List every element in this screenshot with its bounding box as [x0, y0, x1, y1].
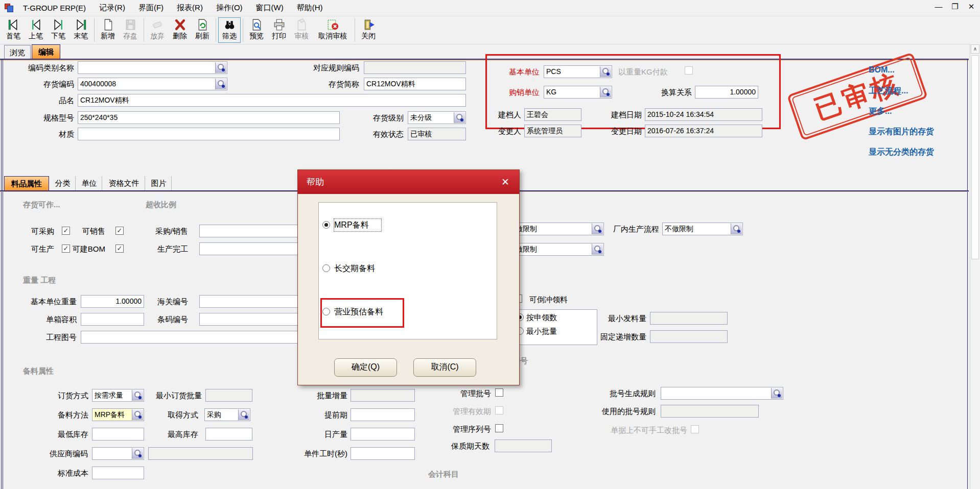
option-sales-estimate-label[interactable]: 营业预估备料: [334, 306, 411, 318]
link-show-with-image[interactable]: 显示有图片的存货: [869, 127, 934, 137]
tab-image[interactable]: 图片: [146, 176, 172, 190]
conversion-field[interactable]: 1.00000: [695, 86, 758, 99]
tab-edit[interactable]: 编辑: [32, 44, 60, 59]
base-unit-field[interactable]: PCS: [544, 65, 612, 78]
rule-code-field[interactable]: [364, 61, 466, 74]
material-field[interactable]: [78, 128, 340, 140]
restriction-field-1[interactable]: 不做限制: [506, 223, 604, 235]
factory-flow-field[interactable]: 不做限制: [662, 223, 743, 235]
lookup-icon[interactable]: [592, 244, 603, 255]
option-long-lead-radio[interactable]: [322, 264, 330, 272]
cancel-audit-button[interactable]: 取消审核: [313, 17, 353, 43]
menu-item-interface[interactable]: 界面(F): [132, 3, 170, 13]
audit-button: 审核: [290, 17, 313, 43]
tab-unit[interactable]: 单位: [77, 176, 102, 190]
menu-item-record[interactable]: 记录(R): [92, 3, 132, 13]
lookup-icon[interactable]: [600, 87, 611, 97]
menu-item-operation[interactable]: 操作(O): [209, 3, 249, 13]
create-date-field: 2015-10-24 16:34:54: [645, 108, 762, 121]
tab-item-attributes[interactable]: 料品属性: [4, 176, 49, 190]
option-mrp-radio[interactable]: [322, 221, 330, 229]
shelf-days-field[interactable]: [495, 439, 552, 452]
order-mode-field[interactable]: 按需求量: [92, 389, 144, 402]
preview-button[interactable]: 预览: [245, 17, 268, 43]
max-stock-field[interactable]: [205, 428, 252, 441]
print-button[interactable]: 打印: [268, 17, 290, 43]
link-bom[interactable]: BOM...: [869, 65, 895, 75]
tab-qualification-files[interactable]: 资格文件: [103, 176, 145, 190]
item-abbr-field[interactable]: CR12MOV精料: [364, 78, 466, 90]
unit-work-sec-field[interactable]: [351, 447, 415, 460]
dialog-cancel-button[interactable]: 取消(C): [413, 358, 476, 377]
base-unit-weight-field[interactable]: 1.00000: [81, 295, 144, 308]
lookup-icon[interactable]: [132, 409, 143, 420]
vertical-scrollbar[interactable]: ∧: [970, 44, 980, 489]
close-form-button[interactable]: 关闭: [357, 17, 380, 43]
lookup-icon[interactable]: [238, 409, 249, 420]
daily-output-field[interactable]: [351, 428, 415, 441]
sellable-checkbox[interactable]: ✓: [115, 227, 124, 235]
menu-item-help[interactable]: 帮助(H): [290, 3, 330, 13]
menu-item-app[interactable]: T-GROUP ERP(E): [16, 4, 92, 12]
lookup-icon[interactable]: [771, 388, 782, 399]
lookup-icon[interactable]: [454, 112, 465, 123]
manage-batch-label: 管理批号: [456, 387, 491, 400]
new-button[interactable]: 新增: [97, 17, 119, 43]
scroll-up-button[interactable]: ∧: [971, 44, 979, 54]
delete-button[interactable]: 删除: [169, 17, 191, 43]
filter-button[interactable]: 筛选: [218, 17, 241, 43]
restriction-field-2[interactable]: 不做限制: [506, 243, 604, 256]
manage-batch-checkbox[interactable]: [495, 388, 503, 397]
acquire-mode-field[interactable]: 采购: [204, 408, 250, 421]
menu-item-report[interactable]: 报表(R): [170, 3, 209, 13]
scrollbar-thumb[interactable]: [971, 55, 979, 259]
lookup-icon[interactable]: [132, 390, 143, 401]
lookup-icon[interactable]: [215, 62, 226, 73]
minimize-button[interactable]: —: [934, 2, 943, 11]
bomable-checkbox[interactable]: ✓: [115, 244, 124, 253]
trade-unit-field[interactable]: KG: [544, 86, 612, 99]
last-record-button[interactable]: 末笔: [69, 17, 92, 43]
by-apply-label: 按申领数: [526, 311, 572, 324]
purchasable-checkbox[interactable]: ✓: [62, 227, 70, 235]
batch-rule-field[interactable]: [661, 387, 783, 400]
std-cost-label: 标准成本: [50, 467, 88, 479]
refresh-button[interactable]: 刷新: [191, 17, 214, 43]
material-label: 材质: [49, 128, 74, 140]
std-cost-field[interactable]: [92, 467, 144, 479]
option-sales-estimate-radio[interactable]: [322, 308, 330, 315]
menu-item-window[interactable]: 窗口(W): [249, 3, 290, 13]
coding-category-field[interactable]: [78, 61, 227, 74]
lookup-icon[interactable]: [731, 224, 742, 234]
next-record-button[interactable]: 下笔: [47, 17, 69, 43]
link-show-unclassified[interactable]: 显示无分类的存货: [869, 147, 934, 158]
item-code-field[interactable]: 400400008: [78, 78, 227, 90]
close-window-button[interactable]: ✕: [967, 2, 976, 11]
supplier-code-field[interactable]: [92, 447, 144, 460]
link-process-flow[interactable]: 工艺流程...: [869, 86, 908, 96]
spec-field[interactable]: 250*240*35: [78, 111, 340, 124]
prep-method-field[interactable]: MRP备料: [92, 408, 144, 421]
item-level-field[interactable]: 未分级: [408, 111, 466, 124]
lookup-icon[interactable]: [215, 79, 226, 89]
restore-button[interactable]: ❐: [950, 2, 960, 11]
first-record-button[interactable]: 首笔: [2, 17, 25, 43]
box-volume-field[interactable]: [81, 313, 144, 326]
min-stock-field[interactable]: [92, 428, 144, 441]
dialog-close-icon[interactable]: ✕: [497, 170, 514, 194]
tab-browse[interactable]: 浏览: [4, 45, 31, 59]
link-more[interactable]: 更多...: [869, 106, 892, 117]
used-batch-rule-field[interactable]: [661, 405, 759, 418]
option-long-lead-label[interactable]: 长交期备料: [334, 262, 401, 275]
help-dialog-title[interactable]: 帮助: [298, 170, 519, 194]
manage-serial-checkbox[interactable]: [495, 424, 503, 432]
lookup-icon[interactable]: [132, 448, 143, 459]
tab-category[interactable]: 分类: [50, 176, 76, 190]
item-name-field[interactable]: CR12MOV精料: [78, 94, 466, 107]
lookup-icon[interactable]: [592, 224, 603, 234]
dialog-ok-button[interactable]: 确定(Q): [334, 358, 397, 377]
lookup-icon[interactable]: [600, 66, 611, 77]
lead-time-field[interactable]: [351, 408, 415, 421]
prev-record-button[interactable]: 上笔: [25, 17, 47, 43]
option-mrp-label[interactable]: MRP备料: [334, 219, 381, 231]
